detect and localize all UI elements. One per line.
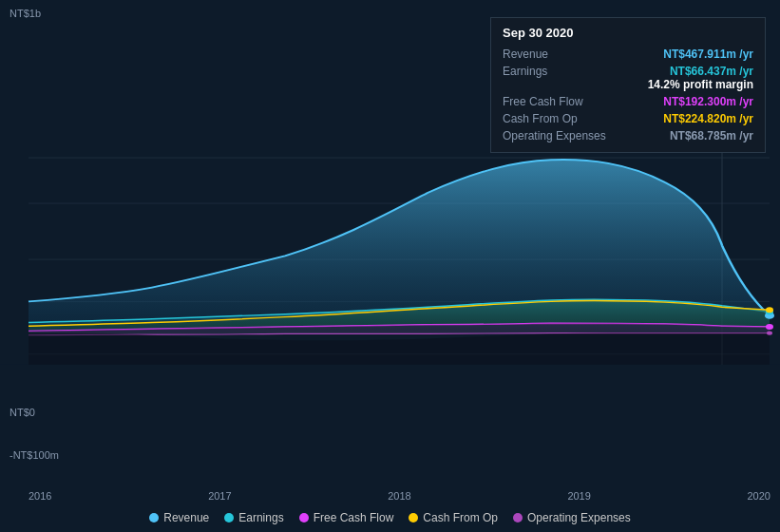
- op-expenses-dot: [767, 331, 772, 334]
- tooltip-label-cash-from-op: Cash From Op: [503, 112, 607, 125]
- chart-legend: Revenue Earnings Free Cash Flow Cash Fro…: [0, 511, 780, 524]
- tooltip-value-cash-from-op: NT$224.820m /yr: [663, 112, 753, 125]
- tooltip-label-revenue: Revenue: [503, 48, 607, 61]
- tooltip-title: Sep 30 2020: [503, 26, 753, 40]
- chart-svg: [0, 147, 780, 442]
- legend-label-free-cash: Free Cash Flow: [314, 511, 394, 524]
- legend-label-op-expenses: Operating Expenses: [527, 511, 631, 524]
- legend-dot-cash-from-op: [409, 513, 418, 522]
- legend-item-earnings[interactable]: Earnings: [224, 511, 283, 524]
- legend-label-earnings: Earnings: [238, 511, 283, 524]
- tooltip-row-cash-from-op: Cash From Op NT$224.820m /yr: [503, 110, 753, 127]
- legend-dot-revenue: [149, 513, 159, 522]
- tooltip-label-op-expenses: Operating Expenses: [503, 129, 607, 142]
- x-label-2017: 2017: [208, 490, 231, 502]
- legend-dot-earnings: [224, 513, 234, 522]
- tooltip-label-free-cash: Free Cash Flow: [503, 95, 607, 108]
- tooltip-row-earnings: Earnings NT$66.437m /yr 14.2% profit mar…: [503, 63, 753, 93]
- x-label-2020: 2020: [748, 490, 770, 502]
- tooltip-value-free-cash: NT$192.300m /yr: [663, 95, 753, 108]
- tooltip-value-revenue: NT$467.911m /yr: [663, 48, 753, 61]
- legend-dot-free-cash: [299, 513, 309, 522]
- legend-label-revenue: Revenue: [163, 511, 209, 524]
- tooltip-label-earnings: Earnings: [503, 65, 607, 78]
- x-label-2019: 2019: [567, 490, 590, 502]
- legend-item-revenue[interactable]: Revenue: [149, 511, 209, 524]
- legend-item-cash-from-op[interactable]: Cash From Op: [409, 511, 498, 524]
- cash-from-op-dot: [766, 307, 773, 313]
- tooltip-value-op-expenses: NT$68.785m /yr: [670, 129, 753, 142]
- y-label-neg: -NT$100m: [10, 449, 59, 461]
- legend-item-op-expenses[interactable]: Operating Expenses: [513, 511, 631, 524]
- legend-item-free-cash[interactable]: Free Cash Flow: [299, 511, 394, 524]
- tooltip-row-op-expenses: Operating Expenses NT$68.785m /yr: [503, 127, 753, 144]
- tooltip-row-revenue: Revenue NT$467.911m /yr: [503, 46, 753, 63]
- x-axis: 2016 2017 2018 2019 2020: [29, 490, 770, 502]
- data-tooltip: Sep 30 2020 Revenue NT$467.911m /yr Earn…: [490, 17, 766, 153]
- legend-dot-op-expenses: [513, 513, 523, 522]
- y-label-top: NT$1b: [10, 8, 41, 19]
- tooltip-value-earnings: NT$66.437m /yr 14.2% profit margin: [648, 65, 753, 91]
- x-label-2016: 2016: [29, 490, 51, 502]
- x-label-2018: 2018: [388, 490, 410, 502]
- tooltip-row-free-cash: Free Cash Flow NT$192.300m /yr: [503, 93, 753, 110]
- free-cash-dot: [766, 324, 773, 330]
- legend-label-cash-from-op: Cash From Op: [423, 511, 498, 524]
